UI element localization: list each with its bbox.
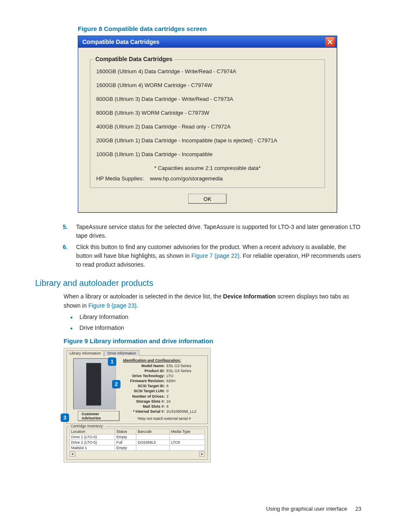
cell: Empty <box>115 434 136 439</box>
kv-key: Model Name: <box>123 363 166 368</box>
identification-header: Identification and Configuration: <box>123 358 205 362</box>
capacity-footnote: * Capacities assume 2:1 compressible dat… <box>96 165 319 171</box>
figure9-caption: Figure 9 Library information and drive i… <box>64 337 361 344</box>
text-bold: Device Information <box>223 293 276 300</box>
list-number: 5. <box>63 223 76 240</box>
inventory-table: Location Status Barcode Media Type Drive… <box>69 429 205 451</box>
kv-key: Firmware Revision: <box>123 378 166 383</box>
kv-value: ESL G3 Series <box>166 368 191 373</box>
figure7-link[interactable]: Figure 7 (page 22) <box>192 252 240 259</box>
cell: Empty <box>115 445 136 450</box>
kv-value: 2 <box>166 394 169 399</box>
kv-key: SCSI Target LUN: <box>123 388 166 393</box>
close-button[interactable] <box>325 37 335 47</box>
close-icon <box>327 39 332 44</box>
cell <box>169 434 205 439</box>
figure9-link[interactable]: Figure 9 (page 23) <box>88 302 136 309</box>
identification-block: Identification and Configuration: Model … <box>123 358 205 421</box>
cell <box>169 445 205 450</box>
kv-value: ESL G3 Series <box>166 363 191 368</box>
cell: LTO5 <box>169 439 205 445</box>
cartridge-inventory-group: Cartridge Inventory: Location Status Bar… <box>66 427 208 460</box>
footer-text: Using the graphical user interface <box>266 506 347 512</box>
kv-value: 620H <box>166 378 176 383</box>
table-header[interactable]: Location <box>70 429 115 434</box>
table-row[interactable]: Mailslot 1 Empty <box>70 445 205 450</box>
tab-library-information[interactable]: Library Information <box>66 350 104 356</box>
groupbox-legend: Compatible Data Cartridges <box>94 56 174 62</box>
bullet-icon: • <box>70 314 79 321</box>
text-fragment: When a library or autoloader is selected… <box>64 293 223 300</box>
kv-key: Drive Technology: <box>123 373 166 378</box>
section-heading-library: Library and autoloader products <box>35 278 361 288</box>
library-info-panel: Library Information Drive Information 1 … <box>64 348 211 463</box>
cartridge-item: 1600GB (Ultrium 4) WORM Cartridge - C797… <box>96 82 319 88</box>
cell: Drive 1 (LTO-5) <box>70 434 115 439</box>
bullet-list: •Library Information •Drive Information <box>70 314 361 332</box>
cartridge-item: 800GB (Ultrium 3) WORM Cartridge - C7973… <box>96 110 319 116</box>
supplies-label: HP Media Supplies: <box>96 175 144 182</box>
dialog-titlebar: Compatible Data Cartridges <box>78 36 337 48</box>
table-row[interactable]: Drive 2 (LTO-5) Full DG6359L5 LTO5 <box>70 439 205 445</box>
page-number: 23 <box>356 506 361 512</box>
bullet-text: Drive Information <box>79 324 124 332</box>
tab-drive-information[interactable]: Drive Information <box>105 350 139 356</box>
cell: Mailslot 1 <box>70 445 115 450</box>
scroll-right-icon[interactable]: ▸ <box>199 452 205 457</box>
section-paragraph: When a library or autoloader is selected… <box>64 292 361 310</box>
kv-value: 6 <box>166 404 169 409</box>
device-image <box>73 358 116 409</box>
figure8-caption: Figure 8 Compatible data cartridges scre… <box>78 25 361 32</box>
kv-key: Product ID: <box>123 368 166 373</box>
supplies-url: www.hp.com/go/storagemedia <box>150 175 223 182</box>
callout-3: 3 <box>61 414 69 422</box>
kv-key: Mail Slots #: <box>123 404 166 409</box>
cell: Drive 2 (LTO-5) <box>70 439 115 445</box>
kv-value: 0 <box>166 388 169 393</box>
kv-value: 6 <box>166 383 169 388</box>
kv-key: SCSI Target ID: <box>123 383 166 388</box>
cell: Full <box>115 439 136 445</box>
table-header[interactable]: Media Type <box>169 429 205 434</box>
page-footer: Using the graphical user interface 23 <box>266 506 361 512</box>
serial-note: *May not match external serial # <box>123 416 205 421</box>
cartridge-item: 400GB (Ultrium 2) Data Cartridge - Read … <box>96 123 319 130</box>
dialog-title: Compatible Data Cartridges <box>82 39 325 45</box>
callout-2: 2 <box>112 380 120 388</box>
compatible-cartridges-dialog: Compatible Data Cartridges Compatible Da… <box>78 36 337 213</box>
kv-value: 24 <box>166 399 171 404</box>
cartridge-item: 100GB (Ultrium 1) Data Cartridge - Incom… <box>96 151 319 157</box>
cell: DG6359L5 <box>136 439 170 445</box>
cartridges-groupbox: Compatible Data Cartridges 1600GB (Ultri… <box>90 59 325 188</box>
table-row[interactable]: Drive 1 (LTO-5) Empty <box>70 434 205 439</box>
kv-key: Storage Slots #: <box>123 399 166 404</box>
media-supplies-row: HP Media Supplies: www.hp.com/go/storage… <box>96 175 319 182</box>
scroll-left-icon[interactable]: ◂ <box>69 452 75 457</box>
list-item-text: Click this button to find any customer a… <box>76 243 361 269</box>
callout-1: 1 <box>108 357 116 366</box>
bullet-text: Library Information <box>79 314 128 321</box>
inventory-legend: Cartridge Inventory: <box>69 424 105 428</box>
kv-value: LTO <box>166 373 174 378</box>
cell <box>136 445 170 450</box>
list-number: 6. <box>63 243 76 269</box>
cartridge-item: 200GB (Ultrium 1) Data Cartridge - Incom… <box>96 137 319 144</box>
table-header[interactable]: Status <box>115 429 136 434</box>
cartridge-item: 800GB (Ultrium 3) Data Cartridge - Write… <box>96 96 319 102</box>
table-header[interactable]: Barcode <box>136 429 170 434</box>
ok-button[interactable]: OK <box>188 194 227 204</box>
text-fragment: . <box>136 302 138 309</box>
horizontal-scrollbar[interactable]: ◂ ▸ <box>69 452 205 457</box>
cell <box>136 434 170 439</box>
kv-key: Number of Drives: <box>123 394 166 399</box>
numbered-list: 5. TapeAssure service status for the sel… <box>63 223 361 269</box>
bullet-icon: • <box>70 324 79 332</box>
customer-advisories-button[interactable]: Customer Advisories <box>78 411 120 421</box>
list-item-text: TapeAssure service status for the select… <box>76 223 361 240</box>
kv-value: 2U31080098_LL2 <box>166 409 197 414</box>
kv-key: * Internal Serial #: <box>123 409 166 414</box>
cartridge-item: 1600GB (Ultrium 4) Data Cartridge - Writ… <box>96 68 319 75</box>
